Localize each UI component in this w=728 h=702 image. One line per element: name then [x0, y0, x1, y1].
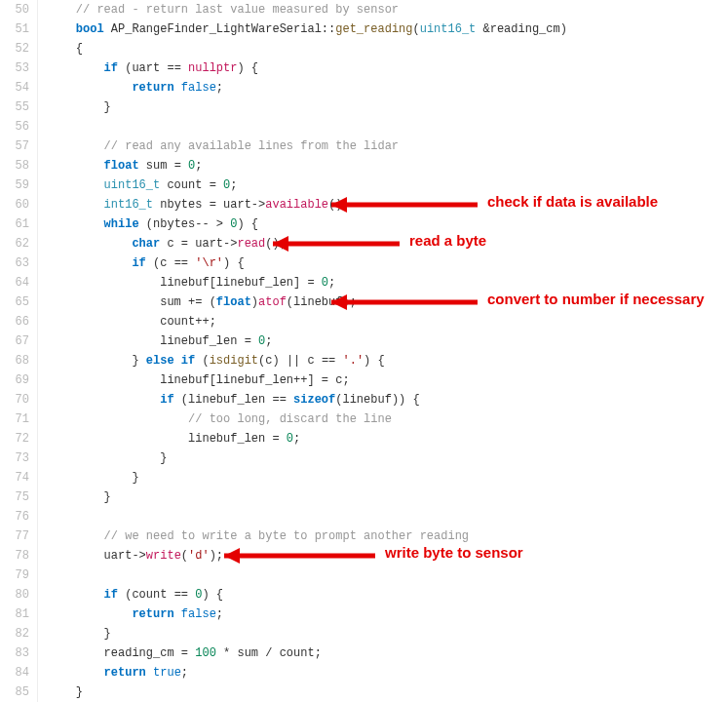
svg-marker-7 [224, 548, 240, 564]
arrow-icon [0, 0, 728, 702]
